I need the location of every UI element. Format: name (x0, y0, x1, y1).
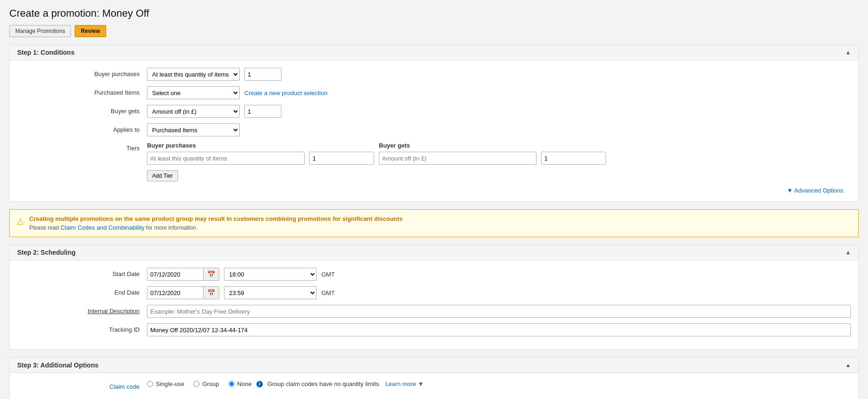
tracking-id-input[interactable] (147, 323, 851, 336)
combinability-link[interactable]: Claim Codes and Combinability (60, 224, 144, 231)
end-date-row: End Date 📅 23:59 GMT (17, 286, 851, 299)
single-use-radio[interactable] (147, 381, 153, 387)
start-date-label: Start Date (17, 268, 147, 277)
advanced-options-label: Advanced Options (794, 187, 843, 194)
start-date-input[interactable] (147, 268, 203, 280)
customise-messaging-row: ▼ Customise messaging (17, 396, 851, 399)
step1-section: Step 1: Conditions ▲ Buyer purchases At … (9, 45, 859, 202)
applies-to-label: Applies to (17, 123, 147, 133)
warning-box: △ Creating multiple promotions on the sa… (9, 209, 859, 237)
step3-title: Step 3: Additional Options (17, 361, 98, 369)
end-date-input-wrapper: 📅 (147, 286, 219, 299)
step2-body: Start Date 📅 18:00 GMT End Date (10, 260, 858, 349)
end-time-select[interactable]: 23:59 (224, 286, 317, 299)
step2-section: Step 2: Scheduling ▲ Start Date 📅 18:00 … (9, 245, 859, 350)
applies-to-select[interactable]: Purchased Items (147, 123, 240, 136)
start-date-input-wrapper: 📅 (147, 268, 219, 281)
manage-promotions-btn-top[interactable]: Manage Promotions (9, 25, 71, 37)
buyer-purchases-label: Buyer purchases (17, 68, 147, 77)
tier-row-1 (147, 152, 851, 165)
warning-text: Creating multiple promotions on the same… (29, 215, 402, 231)
tiers-row: Tiers Buyer purchases Buyer gets (17, 142, 851, 181)
step2-title: Step 2: Scheduling (17, 249, 76, 256)
purchased-items-label: Purchased Items (17, 86, 147, 96)
none-label: None (237, 380, 252, 387)
advanced-options-row: ▼ Advanced Options (17, 187, 851, 194)
tier-bg-qty[interactable] (541, 152, 606, 165)
step1-collapse-icon[interactable]: ▲ (845, 49, 851, 56)
buyer-gets-select[interactable]: Amount off (in £) (147, 105, 240, 118)
claim-code-link[interactable]: Claim code (109, 383, 140, 390)
tracking-id-row: Tracking ID (17, 323, 851, 336)
claim-code-radio-group: Single-use Group None (147, 380, 252, 387)
applies-to-controls: Purchased Items (147, 123, 851, 136)
end-date-input[interactable] (147, 287, 203, 299)
none-radio[interactable] (229, 381, 235, 387)
start-date-calendar-icon[interactable]: 📅 (203, 268, 219, 280)
advanced-options-link[interactable]: ▼ Advanced Options (787, 187, 843, 194)
step3-body: Claim code Single-use Group (10, 373, 858, 399)
tiers-headers: Buyer purchases Buyer gets (147, 142, 851, 149)
claim-code-row: Claim code Single-use Group (17, 380, 851, 390)
review-btn-top[interactable]: Review (75, 25, 106, 37)
buyer-purchases-qty[interactable] (244, 68, 281, 81)
tier-bp-qty[interactable] (309, 152, 374, 165)
tiers-content: Buyer purchases Buyer gets Add Tier (147, 142, 851, 181)
buyer-gets-controls: Amount off (in £) (147, 105, 851, 118)
step1-body: Buyer purchases At least this quantity o… (10, 60, 858, 201)
warning-body: Please read Claim Codes and Combinabilit… (29, 224, 402, 231)
start-date-row: Start Date 📅 18:00 GMT (17, 268, 851, 281)
internal-desc-label: Internal Description (17, 305, 147, 315)
end-gmt-label: GMT (321, 290, 335, 296)
single-use-option: Single-use (147, 380, 184, 387)
tracking-id-label: Tracking ID (17, 323, 147, 333)
group-option: Group (193, 380, 219, 387)
step1-header: Step 1: Conditions ▲ (10, 45, 858, 60)
learn-more-link[interactable]: Learn more ▼ (385, 380, 424, 387)
purchased-items-controls: Select one Create a new product selectio… (147, 86, 851, 99)
single-use-label: Single-use (156, 380, 184, 387)
warning-icon: △ (17, 216, 24, 226)
tiers-label: Tiers (17, 142, 147, 152)
group-radio[interactable] (193, 381, 199, 387)
step3-header: Step 3: Additional Options ▲ (10, 358, 858, 373)
internal-desc-controls (147, 305, 851, 318)
purchased-items-row: Purchased Items Select one Create a new … (17, 86, 851, 99)
end-date-controls: 📅 23:59 GMT (147, 286, 851, 299)
warning-bold: Creating multiple promotions on the same… (29, 215, 402, 222)
none-option: None (229, 380, 252, 387)
tracking-id-controls (147, 323, 851, 336)
end-date-calendar-icon[interactable]: 📅 (203, 287, 219, 299)
step2-collapse-icon[interactable]: ▲ (845, 249, 851, 256)
end-date-label: End Date (17, 286, 147, 296)
customise-messaging-label: ▼ Customise messaging (17, 396, 147, 399)
tier-bg-input[interactable] (379, 152, 536, 165)
create-product-link[interactable]: Create a new product selection (244, 90, 327, 97)
step1-title: Step 1: Conditions (17, 49, 75, 56)
step2-header: Step 2: Scheduling ▲ (10, 245, 858, 260)
step3-section: Step 3: Additional Options ▲ Claim code … (9, 357, 859, 399)
top-toolbar: Manage Promotions Review (9, 25, 859, 37)
start-time-select[interactable]: 18:00 (224, 268, 317, 281)
buyer-gets-value[interactable] (244, 105, 281, 118)
internal-desc-row: Internal Description (17, 305, 851, 318)
applies-to-row: Applies to Purchased Items (17, 123, 851, 136)
start-date-controls: 📅 18:00 GMT (147, 268, 851, 281)
purchased-items-select[interactable]: Select one (147, 86, 240, 99)
start-gmt-label: GMT (321, 271, 335, 278)
tier-bp-input[interactable] (147, 152, 305, 165)
buyer-purchases-row: Buyer purchases At least this quantity o… (17, 68, 851, 81)
add-tier-btn[interactable]: Add Tier (147, 170, 178, 181)
buyer-purchases-controls: At least this quantity of items (147, 68, 851, 81)
claim-code-label: Claim code (17, 380, 147, 390)
internal-desc-input[interactable] (147, 305, 851, 318)
info-icon[interactable]: i (256, 381, 263, 387)
buyer-purchases-select[interactable]: At least this quantity of items (147, 68, 240, 81)
step3-collapse-icon[interactable]: ▲ (845, 362, 851, 368)
group-label: Group (202, 380, 219, 387)
info-text: Group claim codes have no quantity limit… (268, 380, 381, 387)
buyer-gets-row: Buyer gets Amount off (in £) (17, 105, 851, 118)
tiers-bp-header: Buyer purchases (147, 142, 305, 149)
tiers-bg-header: Buyer gets (379, 142, 410, 149)
claim-code-controls: Single-use Group None i Group claim code… (147, 380, 851, 387)
